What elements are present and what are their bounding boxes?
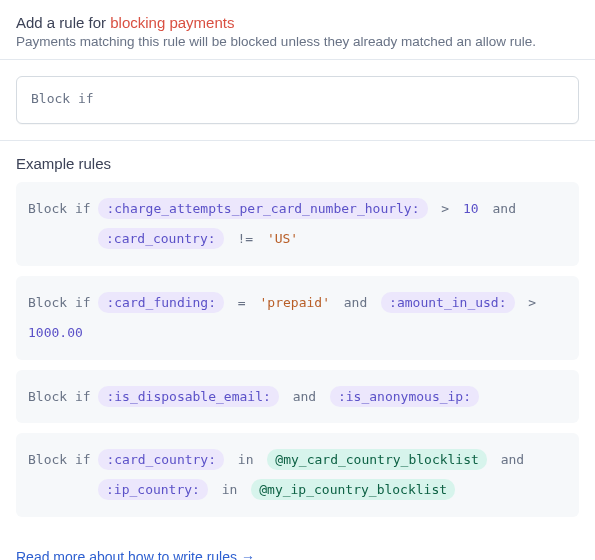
number-literal: 10 xyxy=(463,201,479,216)
dialog-subtitle: Payments matching this rule will be bloc… xyxy=(16,34,579,49)
operator: and xyxy=(493,201,516,216)
title-emphasis: blocking payments xyxy=(110,14,234,31)
field-pill: :charge_attempts_per_card_number_hourly: xyxy=(98,198,427,219)
string-literal: 'prepaid' xyxy=(260,295,330,310)
field-pill: :card_country: xyxy=(98,228,224,249)
keyword: Block if xyxy=(28,201,98,216)
operator: in xyxy=(222,482,238,497)
operator: = xyxy=(238,295,246,310)
operator: != xyxy=(237,231,253,246)
link-text: Read more about how to write rules xyxy=(16,549,237,560)
operator: and xyxy=(501,452,524,467)
dialog-title: Add a rule for blocking payments xyxy=(16,14,579,31)
list-pill: @my_card_country_blocklist xyxy=(267,449,487,470)
field-pill: :is_anonymous_ip: xyxy=(330,386,479,407)
operator: > xyxy=(528,295,536,310)
example-rule: Block if :card_country: in @my_card_coun… xyxy=(16,433,579,517)
operator: and xyxy=(293,389,316,404)
list-pill: @my_ip_country_blocklist xyxy=(251,479,455,500)
example-rule: Block if :is_disposable_email: and :is_a… xyxy=(16,370,579,424)
example-rule: Block if :card_funding: = 'prepaid' and … xyxy=(16,276,579,360)
operator: and xyxy=(344,295,367,310)
operator: > xyxy=(441,201,449,216)
field-pill: :amount_in_usd: xyxy=(381,292,514,313)
field-pill: :ip_country: xyxy=(98,479,208,500)
examples-heading: Example rules xyxy=(16,155,579,172)
field-pill: :card_funding: xyxy=(98,292,224,313)
keyword: Block if xyxy=(28,295,98,310)
operator: in xyxy=(238,452,254,467)
rule-input[interactable]: Block if xyxy=(16,76,579,124)
title-prefix: Add a rule for xyxy=(16,14,110,31)
arrow-icon: → xyxy=(241,549,255,560)
field-pill: :is_disposable_email: xyxy=(98,386,278,407)
string-literal: 'US' xyxy=(267,231,298,246)
field-pill: :card_country: xyxy=(98,449,224,470)
number-literal: 1000.00 xyxy=(28,325,83,340)
example-rule: Block if :charge_attempts_per_card_numbe… xyxy=(16,182,579,266)
keyword: Block if xyxy=(28,389,98,404)
read-more-link[interactable]: Read more about how to write rules→ xyxy=(16,549,255,560)
keyword: Block if xyxy=(28,452,98,467)
